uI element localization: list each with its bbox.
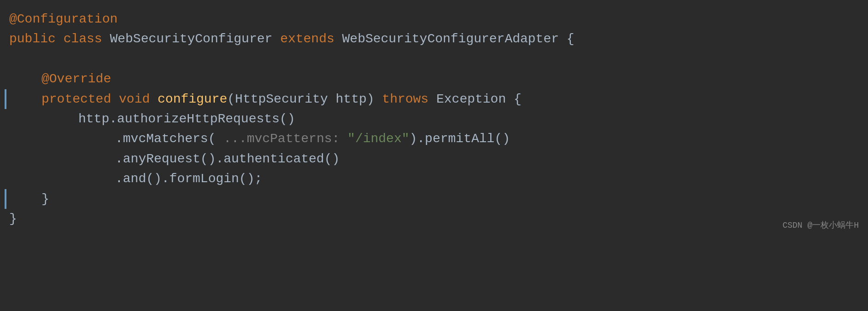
- keyword-class: class: [64, 29, 110, 49]
- method-name: configure: [158, 89, 227, 109]
- code-line-1: @Configuration: [5, 9, 868, 29]
- keyword-void: void: [119, 89, 158, 109]
- class-name: WebSecurityConfigurer: [110, 29, 280, 49]
- param-hint: ...mvcPatterns:: [223, 129, 347, 149]
- code-editor: @Configuration public class WebSecurityC…: [0, 0, 868, 238]
- parent-class: WebSecurityConfigurerAdapter {: [342, 29, 575, 49]
- close-class-bracket: }: [9, 209, 17, 229]
- code-line-4: @Override: [5, 69, 868, 89]
- code-line-11: }: [5, 209, 868, 229]
- chain-mvc: .mvcMatchers(: [115, 129, 223, 149]
- code-line-7: .mvcMatchers( ...mvcPatterns: "/index").…: [5, 129, 868, 149]
- chain-formlogin: .and().formLogin();: [115, 169, 262, 189]
- chain-anyrequest: .anyRequest().authenticated(): [115, 149, 340, 169]
- exception-type: Exception {: [436, 89, 522, 109]
- code-line-10: }: [5, 189, 868, 209]
- code-line-5: protected void configure(HttpSecurity ht…: [5, 89, 868, 109]
- keyword-protected: protected: [41, 89, 119, 109]
- close-method-bracket: }: [41, 189, 49, 209]
- code-line-9: .and().formLogin();: [5, 169, 868, 189]
- code-line-3: [5, 49, 868, 69]
- stmt-authorize: http.authorizeHttpRequests(): [78, 109, 295, 129]
- chain-permit: ).permitAll(): [410, 129, 510, 149]
- code-line-8: .anyRequest().authenticated(): [5, 149, 868, 169]
- method-params: (HttpSecurity http): [227, 89, 382, 109]
- code-line-2: public class WebSecurityConfigurer exten…: [5, 29, 868, 49]
- keyword-public: public: [9, 29, 64, 49]
- annotation: @Configuration: [9, 9, 117, 29]
- string-index: "/index": [347, 129, 409, 149]
- keyword-extends: extends: [280, 29, 342, 49]
- keyword-throws: throws: [382, 89, 436, 109]
- code-line-6: http.authorizeHttpRequests(): [5, 109, 868, 129]
- watermark: CSDN @一枚小蜗牛H: [782, 219, 859, 232]
- override-annotation: @Override: [41, 69, 111, 89]
